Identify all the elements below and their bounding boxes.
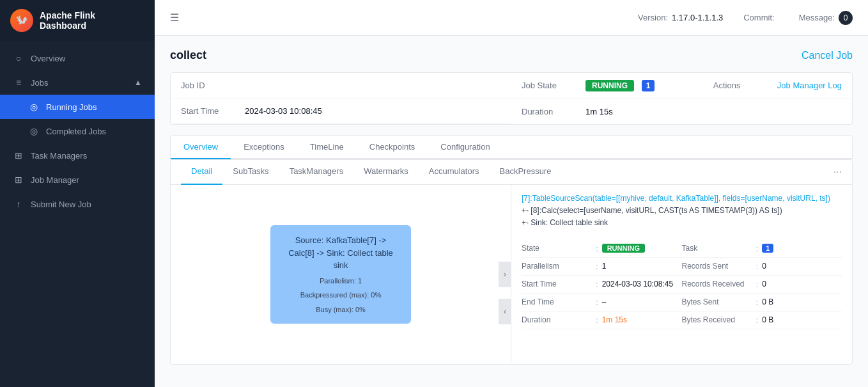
jobs-group-children: ◎ Running Jobs ◎ Completed Jobs [0, 95, 155, 143]
state-value: RUNNING [602, 244, 645, 253]
tab-timeline[interactable]: TimeLine [297, 136, 357, 159]
commit-section: Commit: [743, 13, 778, 22]
detail-tab-watermarks[interactable]: Watermarks [353, 160, 419, 185]
job-state-label: Job State [522, 81, 585, 90]
sidebar-item-label: Running Jobs [46, 102, 97, 112]
info-text-block: [7]:TableSourceScan(table=[[myhive, defa… [522, 193, 842, 230]
info-left-col: State : RUNNING Parallelism : 1 [522, 240, 682, 329]
state-count-badge: 1 [642, 80, 655, 91]
topbar-right: Version: 1.17.0-1.1.1.3 Commit: Message:… [638, 11, 853, 25]
cancel-job-button[interactable]: Cancel Job [802, 50, 853, 61]
info-records-received-row: Records Received : 0 [682, 276, 842, 294]
records-sent-value: 0 [762, 262, 766, 271]
info-task-row: Task : 1 [682, 240, 842, 258]
running-badge: RUNNING [585, 80, 634, 91]
tab-exceptions[interactable]: Exceptions [231, 136, 297, 159]
sidebar-group-label: Jobs [31, 78, 48, 88]
duration-value2: 1m 15s [602, 315, 627, 324]
start-time-label2: Start Time [522, 280, 592, 288]
job-info-card: Job ID Job State RUNNING 1 Actions Job M… [170, 72, 853, 125]
list-icon: ≡ [13, 77, 24, 88]
page-title: collect [170, 49, 206, 62]
info-start-time-row: Start Time : 2024-03-03 10:08:45 [522, 276, 682, 294]
start-time-row: Start Time 2024-03-03 10:08:45 [171, 99, 511, 124]
sidebar-item-label: Overview [31, 54, 65, 63]
graph-node-backpressured: Backpressured (max): 0% [283, 290, 398, 301]
detail-tab-subtasks[interactable]: SubTasks [222, 160, 279, 185]
sidebar-item-label: Task Managers [31, 151, 87, 161]
graph-node-busy: Busy (max): 0% [283, 304, 398, 315]
job-manager-log-link[interactable]: Job Manager Log [777, 81, 842, 90]
detail-tab-accumulators[interactable]: Accumulators [419, 160, 490, 185]
info-end-time-row: End Time : – [522, 294, 682, 312]
bytes-received-label: Bytes Received [682, 315, 752, 324]
graph-node[interactable]: Source: KafkaTable[7] -> Calc[8] -> Sink… [270, 225, 411, 324]
duration-label2: Duration [522, 315, 592, 324]
tab-overview[interactable]: Overview [171, 136, 231, 159]
graph-side: Source: KafkaTable[7] -> Calc[8] -> Sink… [171, 185, 511, 364]
main-tabs: Overview Exceptions TimeLine Checkpoints… [171, 136, 852, 159]
sidebar-item-overview[interactable]: ○ Overview [0, 46, 155, 70]
expand-right-icon[interactable]: › [499, 262, 511, 287]
job-state-row: Job State RUNNING 1 Actions Job Manager … [511, 73, 852, 99]
parallelism-value: 1 [602, 262, 607, 271]
bytes-sent-label: Bytes Sent [682, 297, 752, 306]
detail-content: Source: KafkaTable[7] -> Calc[8] -> Sink… [171, 185, 852, 364]
job-id-label: Job ID [181, 81, 245, 90]
info-line1-text: [7]:TableSourceScan(table=[[myhive, defa… [522, 194, 830, 203]
state-running-badge: RUNNING [602, 244, 645, 253]
app-title: Apache Flink Dashboard [40, 10, 144, 31]
message-section: Message: 0 [799, 11, 853, 25]
menu-icon[interactable]: ☰ [170, 12, 179, 24]
records-received-label: Records Received [682, 280, 752, 288]
state-label: State [522, 244, 592, 253]
grid2-icon: ⊞ [13, 175, 24, 185]
version-value: 1.17.0-1.1.1.3 [672, 13, 723, 22]
job-id-row: Job ID [171, 73, 511, 99]
tab-checkpoints[interactable]: Checkpoints [357, 136, 428, 159]
detail-tab-detail[interactable]: Detail [181, 160, 222, 185]
task-count-badge: 1 [762, 244, 773, 253]
detail-tab-backpressure[interactable]: BackPressure [490, 160, 562, 185]
sidebar-item-running-jobs[interactable]: ◎ Running Jobs [0, 95, 155, 119]
parallelism-label: Parallelism [522, 262, 592, 271]
grid-icon: ⊞ [13, 150, 24, 161]
info-bytes-sent-row: Bytes Sent : 0 B [682, 294, 842, 312]
sidebar-item-job-manager[interactable]: ⊞ Job Manager [0, 168, 155, 192]
job-info-grid: Job ID Job State RUNNING 1 Actions Job M… [171, 73, 852, 124]
version-label: Version: [638, 13, 668, 22]
start-time-value: 2024-03-03 10:08:45 [245, 106, 322, 116]
detail-tab-taskmanagers[interactable]: TaskManagers [279, 160, 354, 185]
info-fields-grid: State : RUNNING Parallelism : 1 [522, 240, 842, 329]
sidebar-item-task-managers[interactable]: ⊞ Task Managers [0, 143, 155, 168]
collapse-left-icon[interactable]: ‹ [499, 299, 511, 324]
sidebar-item-jobs[interactable]: ≡ Jobs ▲ [0, 70, 155, 95]
records-received-value: 0 [762, 280, 766, 288]
records-sent-label: Records Sent [682, 262, 752, 271]
sidebar-item-label: Job Manager [31, 175, 79, 185]
upload-icon: ↑ [13, 199, 24, 209]
info-parallelism-row: Parallelism : 1 [522, 258, 682, 276]
topbar: ☰ Version: 1.17.0-1.1.1.3 Commit: Messag… [155, 0, 868, 36]
chevron-up-icon: ▲ [134, 78, 142, 87]
sidebar-item-completed-jobs[interactable]: ◎ Completed Jobs [0, 119, 155, 143]
app-logo: 🐿 [10, 9, 33, 32]
commit-label: Commit: [743, 13, 774, 22]
graph-node-parallelism: Parallelism: 1 [283, 276, 398, 287]
info-text-line3: +- Sink: Collect table sink [522, 217, 842, 229]
info-records-sent-row: Records Sent : 0 [682, 258, 842, 276]
content-header: collect Cancel Job [170, 49, 853, 62]
job-state-value: RUNNING 1 [585, 81, 655, 90]
detail-tabs: Detail SubTasks TaskManagers Watermarks … [171, 160, 852, 185]
main-area: ☰ Version: 1.17.0-1.1.1.3 Commit: Messag… [155, 0, 868, 387]
detail-tabs-more-icon[interactable]: ··· [833, 160, 842, 184]
sidebar-nav: ○ Overview ≡ Jobs ▲ ◎ Running Jobs ◎ Com… [0, 41, 155, 387]
duration-value: 1m 15s [585, 107, 613, 116]
sidebar-header: 🐿 Apache Flink Dashboard [0, 0, 155, 41]
sidebar-item-label: Submit New Job [31, 200, 91, 209]
info-bytes-received-row: Bytes Received : 0 B [682, 312, 842, 329]
sidebar-item-submit-new-job[interactable]: ↑ Submit New Job [0, 192, 155, 216]
tab-configuration[interactable]: Configuration [428, 136, 502, 159]
bytes-sent-value: 0 B [762, 297, 773, 306]
actions-label: Actions [713, 81, 777, 90]
